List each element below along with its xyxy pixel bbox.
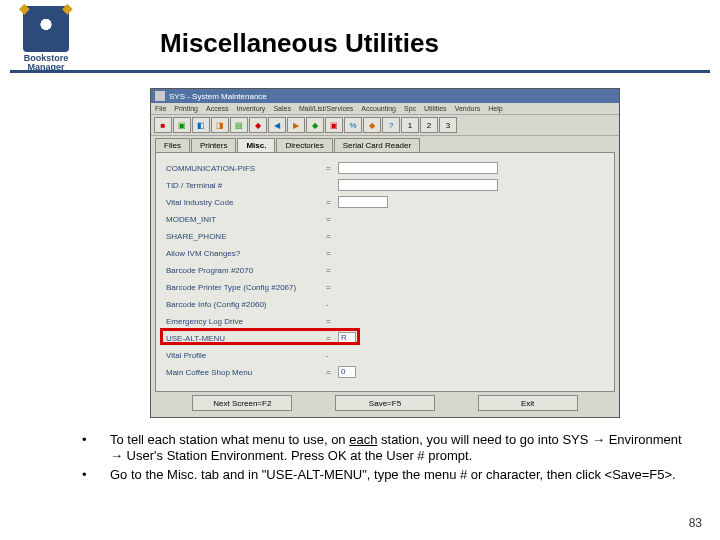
menu-utilities[interactable]: Utilities (424, 105, 447, 112)
bullet-item: •To tell each station what menu to use, … (82, 432, 692, 465)
field-input[interactable]: R (338, 332, 356, 344)
tab-serialcardreader[interactable]: Serial Card Reader (334, 138, 420, 152)
field-row-12: Main Coffee Shop Menu=0 (166, 365, 604, 379)
field-row-6: Barcode Program #2070= (166, 263, 604, 277)
toolbar-button-13[interactable]: 1 (401, 117, 419, 133)
field-label: COMMUNICATION-PIFS (166, 164, 326, 173)
field-label: SHARE_PHONE (166, 232, 326, 241)
field-label: Main Coffee Shop Menu (166, 368, 326, 377)
menu-vendors[interactable]: Vendors (455, 105, 481, 112)
equals-sign: = (326, 249, 338, 258)
bullet-mark: • (82, 432, 110, 465)
menu-accounting[interactable]: Accounting (361, 105, 396, 112)
bullet-text: Go to the Misc. tab and in "USE-ALT-MENU… (110, 467, 692, 483)
toolbar-button-11[interactable]: ◆ (363, 117, 381, 133)
title-rule (10, 70, 710, 73)
window-titlebar: SYS - System Maintenance (151, 89, 619, 103)
field-input[interactable] (338, 162, 498, 174)
field-row-9: Emergency Log Drive= (166, 314, 604, 328)
toolbar-button-9[interactable]: ▣ (325, 117, 343, 133)
menu-access[interactable]: Access (206, 105, 229, 112)
menu-inventory[interactable]: Inventory (237, 105, 266, 112)
equals-sign: = (326, 334, 338, 343)
field-input[interactable]: 0 (338, 366, 356, 378)
equals-sign: = (326, 266, 338, 275)
menu-file[interactable]: File (155, 105, 166, 112)
field-label: Barcode Printer Type (Config #2067) (166, 283, 326, 292)
equals-sign: - (326, 300, 338, 309)
toolbar-button-7[interactable]: ▶ (287, 117, 305, 133)
equals-sign: = (326, 368, 338, 377)
equals-sign: - (326, 351, 338, 360)
toolbar: ■▣◧◨▤◆◀▶◆▣%◆?123 (151, 115, 619, 136)
toolbar-button-15[interactable]: 3 (439, 117, 457, 133)
field-row-7: Barcode Printer Type (Config #2067)= (166, 280, 604, 294)
field-label: MODEM_INIT (166, 215, 326, 224)
window-title: SYS - System Maintenance (169, 92, 267, 101)
field-label: USE-ALT-MENU (166, 334, 326, 343)
toolbar-button-0[interactable]: ■ (154, 117, 172, 133)
tab-printers[interactable]: Printers (191, 138, 237, 152)
tab-strip: FilesPrintersMisc.DirectoriesSerial Card… (151, 136, 619, 152)
toolbar-button-6[interactable]: ◀ (268, 117, 286, 133)
field-row-8: Barcode Info (Config #2060)- (166, 297, 604, 311)
field-row-3: MODEM_INIT= (166, 212, 604, 226)
instruction-bullets: •To tell each station what menu to use, … (82, 432, 692, 485)
field-input[interactable] (338, 179, 498, 191)
toolbar-button-5[interactable]: ◆ (249, 117, 267, 133)
field-label: Barcode Info (Config #2060) (166, 300, 326, 309)
toolbar-button-12[interactable]: ? (382, 117, 400, 133)
tab-files[interactable]: Files (155, 138, 190, 152)
button-exit[interactable]: Exit (478, 395, 578, 411)
field-input[interactable] (338, 196, 388, 208)
button-bar: Next Screen=F2Save=F5Exit (151, 395, 619, 411)
page-number: 83 (689, 516, 702, 530)
field-label: Barcode Program #2070 (166, 266, 326, 275)
equals-sign: = (326, 317, 338, 326)
field-row-11: Vital Profile- (166, 348, 604, 362)
field-label: Allow IVM Changes? (166, 249, 326, 258)
menu-sales[interactable]: Sales (273, 105, 291, 112)
field-label: Vital Industry Code (166, 198, 326, 207)
field-label: Emergency Log Drive (166, 317, 326, 326)
toolbar-button-3[interactable]: ◨ (211, 117, 229, 133)
app-icon (155, 91, 165, 101)
toolbar-button-8[interactable]: ◆ (306, 117, 324, 133)
bullet-mark: • (82, 467, 110, 483)
button-savef5[interactable]: Save=F5 (335, 395, 435, 411)
field-label: Vital Profile (166, 351, 326, 360)
toolbar-button-14[interactable]: 2 (420, 117, 438, 133)
field-label: TID / Terminal # (166, 181, 326, 190)
field-row-5: Allow IVM Changes?= (166, 246, 604, 260)
logo-image (23, 6, 69, 52)
tab-misc[interactable]: Misc. (237, 138, 275, 152)
button-nextscreenf2[interactable]: Next Screen=F2 (192, 395, 292, 411)
menu-help[interactable]: Help (488, 105, 502, 112)
bookstore-manager-logo: BookstoreManager (10, 6, 82, 76)
equals-sign: = (326, 164, 338, 173)
toolbar-button-10[interactable]: % (344, 117, 362, 133)
toolbar-button-2[interactable]: ◧ (192, 117, 210, 133)
equals-sign: = (326, 283, 338, 292)
menu-spc[interactable]: Spc (404, 105, 416, 112)
field-row-4: SHARE_PHONE= (166, 229, 604, 243)
field-row-1: TID / Terminal # (166, 178, 604, 192)
toolbar-button-4[interactable]: ▤ (230, 117, 248, 133)
field-row-0: COMMUNICATION-PIFS= (166, 161, 604, 175)
field-row-10: USE-ALT-MENU=R (166, 331, 604, 345)
field-row-2: Vital Industry Code= (166, 195, 604, 209)
equals-sign: = (326, 232, 338, 241)
bullet-item: •Go to the Misc. tab and in "USE-ALT-MEN… (82, 467, 692, 483)
form-panel: COMMUNICATION-PIFS=TID / Terminal #Vital… (155, 152, 615, 392)
toolbar-button-1[interactable]: ▣ (173, 117, 191, 133)
system-maintenance-window: SYS - System Maintenance FilePrintingAcc… (150, 88, 620, 418)
slide-title: Miscellaneous Utilities (160, 28, 439, 59)
equals-sign: = (326, 215, 338, 224)
bullet-text: To tell each station what menu to use, o… (110, 432, 692, 465)
menubar: FilePrintingAccessInventorySalesMail/Lis… (151, 103, 619, 115)
menu-printing[interactable]: Printing (174, 105, 198, 112)
equals-sign: = (326, 198, 338, 207)
menu-maillistservices[interactable]: Mail/List/Services (299, 105, 353, 112)
tab-directories[interactable]: Directories (276, 138, 332, 152)
